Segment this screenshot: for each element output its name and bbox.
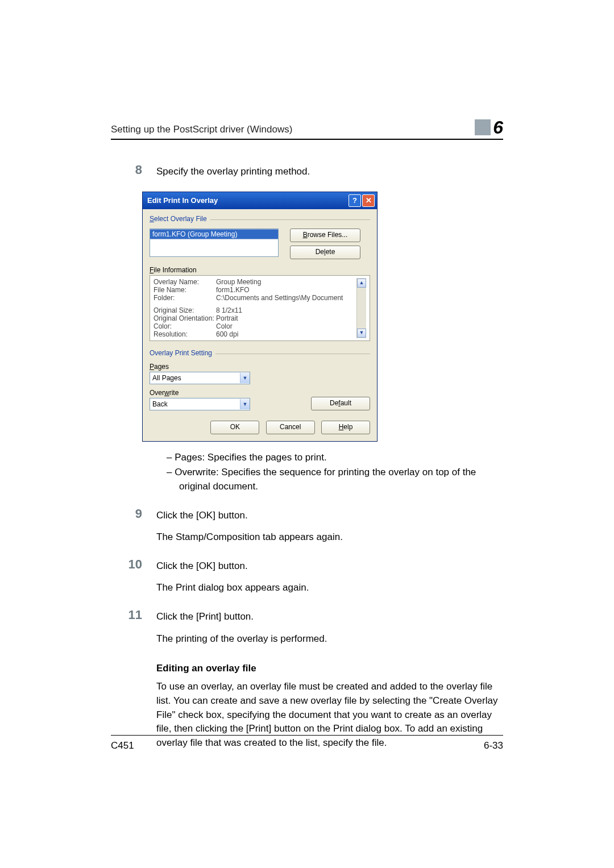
dialog-body: Select Overlay File form1.KFO (Group Mee… bbox=[143, 209, 377, 441]
file-information-label: File Information bbox=[150, 266, 370, 274]
step-10: 10 Click the [OK] button. The Print dial… bbox=[111, 557, 503, 603]
help-icon[interactable]: ? bbox=[349, 194, 361, 207]
select-overlay-file-group: Select Overlay File bbox=[150, 215, 370, 223]
info-val: form1.KFO bbox=[216, 286, 356, 294]
overlay-print-setting-label: Overlay Print Setting bbox=[150, 349, 215, 357]
step-9: 9 Click the [OK] button. The Stamp/Compo… bbox=[111, 506, 503, 553]
step-number: 11 bbox=[111, 608, 156, 654]
select-overlay-label-rest: elect Overlay File bbox=[154, 215, 207, 223]
chapter-indicator: 6 bbox=[475, 119, 503, 135]
cancel-button[interactable]: Cancel bbox=[266, 421, 315, 434]
step-8: 8 Specify the overlay printing method. bbox=[111, 163, 503, 187]
info-val: Group Meeting bbox=[216, 278, 356, 286]
chapter-number: 6 bbox=[493, 119, 503, 135]
step-after: The printing of the overlay is performed… bbox=[156, 632, 503, 646]
info-val: 600 dpi bbox=[216, 330, 356, 338]
scrollbar[interactable]: ▲ ▼ bbox=[356, 278, 366, 338]
info-val: Color bbox=[216, 322, 356, 330]
section-heading: Editing an overlay file bbox=[156, 663, 503, 674]
step-number: 10 bbox=[111, 557, 156, 603]
pages-value: All Pages bbox=[150, 374, 240, 382]
bullet-overwrite: Overwrite: Specifies the sequence for pr… bbox=[156, 466, 503, 493]
bullet-pages: Pages: Specifies the pages to print. bbox=[156, 451, 503, 465]
step-text: Click the [Print] button. bbox=[156, 610, 503, 624]
step-number: 8 bbox=[111, 163, 156, 187]
step-text: Specify the overlay printing method. bbox=[156, 165, 503, 179]
info-key: Folder: bbox=[154, 294, 216, 302]
step-after: The Print dialog box appears again. bbox=[156, 581, 503, 595]
help-button[interactable]: Help bbox=[321, 421, 370, 434]
step-after: The Stamp/Composition tab appears again. bbox=[156, 530, 503, 545]
step-8-bullets: Pages: Specifies the pages to print. Ove… bbox=[111, 451, 503, 502]
step-text: Click the [OK] button. bbox=[156, 509, 503, 523]
close-icon[interactable]: ✕ bbox=[362, 194, 375, 207]
page-footer: C451 6-33 bbox=[111, 735, 503, 751]
overlay-file-listbox[interactable]: form1.KFO (Group Meeting) bbox=[150, 229, 279, 257]
info-key: Original Orientation: bbox=[154, 314, 216, 322]
chapter-bar bbox=[475, 119, 491, 135]
header-title: Setting up the PostScript driver (Window… bbox=[111, 124, 292, 135]
pages-setting: Pages All Pages ▼ bbox=[150, 363, 250, 384]
pages-combobox[interactable]: All Pages ▼ bbox=[150, 372, 250, 384]
chevron-down-icon[interactable]: ▼ bbox=[240, 373, 250, 383]
info-val: Portrait bbox=[216, 314, 356, 322]
info-val: C:\Documents and Settings\My Document bbox=[216, 294, 356, 302]
overlay-file-item[interactable]: form1.KFO (Group Meeting) bbox=[150, 229, 278, 239]
page-header: Setting up the PostScript driver (Window… bbox=[111, 119, 503, 140]
delete-button[interactable]: Delete bbox=[290, 246, 360, 259]
overwrite-combobox[interactable]: Back ▼ bbox=[150, 398, 250, 410]
ok-button[interactable]: OK bbox=[210, 421, 259, 434]
step-text: Click the [OK] button. bbox=[156, 559, 503, 574]
dialog-screenshot: Edit Print In Overlay ? ✕ Select Overlay… bbox=[142, 192, 503, 442]
file-information-group: File Information Overlay Name:Group Meet… bbox=[150, 266, 370, 341]
step-number: 9 bbox=[111, 506, 156, 553]
info-val: 8 1/2x11 bbox=[216, 306, 356, 314]
chevron-down-icon[interactable]: ▼ bbox=[240, 399, 250, 409]
footer-right: 6-33 bbox=[484, 740, 503, 751]
info-key: Overlay Name: bbox=[154, 278, 216, 286]
overlay-print-setting-group: Overlay Print Setting bbox=[150, 349, 370, 357]
info-key: Color: bbox=[154, 322, 216, 330]
info-key: File Name: bbox=[154, 286, 216, 294]
overwrite-value: Back bbox=[150, 400, 240, 408]
scroll-down-icon[interactable]: ▼ bbox=[357, 329, 366, 338]
info-key: Original Size: bbox=[154, 306, 216, 314]
document-page: Setting up the PostScript driver (Window… bbox=[0, 0, 614, 868]
footer-left: C451 bbox=[111, 740, 134, 751]
file-information-pane: Overlay Name:Group Meeting File Name:for… bbox=[150, 275, 370, 341]
info-key: Resolution: bbox=[154, 330, 216, 338]
edit-print-in-overlay-dialog: Edit Print In Overlay ? ✕ Select Overlay… bbox=[142, 192, 377, 442]
step-body: Specify the overlay printing method. bbox=[156, 163, 503, 187]
overwrite-setting: Overwrite Back ▼ bbox=[150, 389, 250, 410]
dialog-title: Edit Print In Overlay bbox=[147, 196, 218, 205]
default-button[interactable]: Default bbox=[311, 397, 370, 410]
browse-files-button[interactable]: Browse Files... bbox=[290, 229, 360, 242]
dialog-buttons: OK Cancel Help bbox=[150, 421, 370, 434]
titlebar[interactable]: Edit Print In Overlay ? ✕ bbox=[143, 192, 377, 209]
scroll-up-icon[interactable]: ▲ bbox=[357, 279, 366, 288]
step-11: 11 Click the [Print] button. The printin… bbox=[111, 608, 503, 654]
